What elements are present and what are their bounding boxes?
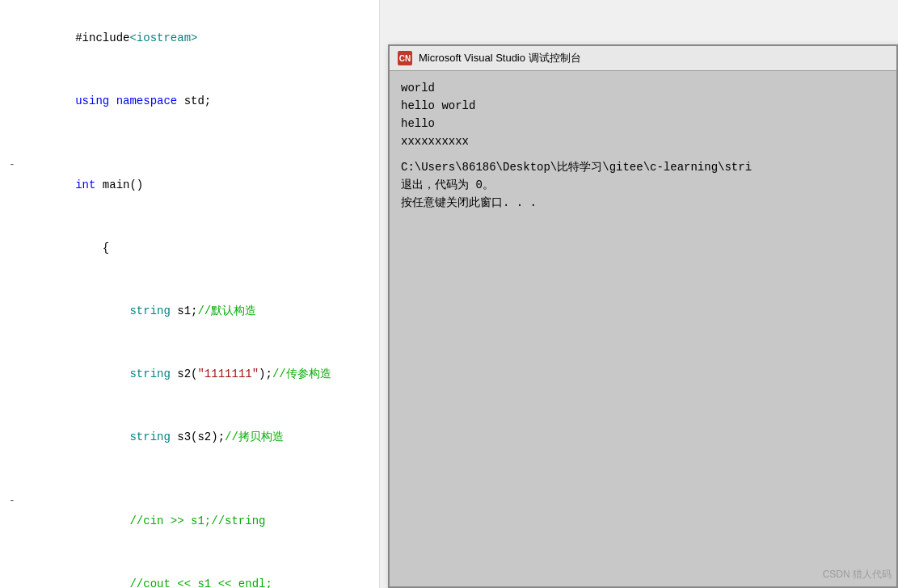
code-line: using namespace std;: [0, 69, 379, 132]
code-line: [0, 132, 379, 153]
code-line: - int main(): [0, 153, 379, 216]
vs-icon: CN: [398, 51, 412, 65]
console-output-line: 按任意键关闭此窗口. . .: [401, 194, 885, 212]
line-text: {: [18, 216, 379, 279]
code-line: string s2("1111111");//传参构造: [0, 342, 379, 405]
line-text: string s3(s2);//拷贝构造: [18, 405, 379, 468]
watermark: CSDN 猎人代码: [823, 568, 892, 582]
code-line: #include<iostream>: [0, 6, 379, 69]
console-window: CN Microsoft Visual Studio 调试控制台 world h…: [388, 44, 898, 588]
line-gutter: -: [6, 490, 18, 511]
line-text: using namespace std;: [18, 69, 379, 132]
line-text: [18, 132, 379, 153]
console-output-line: hello: [401, 115, 885, 132]
code-line: string s3(s2);//拷贝构造: [0, 405, 379, 468]
code-line: string s1;//默认构造: [0, 279, 379, 342]
console-title: Microsoft Visual Studio 调试控制台: [419, 51, 581, 65]
code-line: {: [0, 216, 379, 279]
line-gutter: -: [6, 154, 18, 175]
console-output-line: C:\Users\86186\Desktop\比特学习\gitee\c-lear…: [401, 158, 885, 176]
line-text: #include<iostream>: [18, 6, 379, 69]
console-output-line: 退出，代码为 0。: [401, 176, 885, 194]
console-body: world hello world hello xxxxxxxxxx C:\Us…: [390, 71, 896, 220]
code-content: #include<iostream> using namespace std; …: [0, 0, 379, 588]
code-line: //cout << s1 << endl;: [0, 552, 379, 588]
line-text: string s1;//默认构造: [18, 279, 379, 342]
code-line: - //cin >> s1;//string: [0, 489, 379, 552]
line-text: int main(): [18, 153, 379, 216]
line-text: string s2("1111111");//传参构造: [18, 342, 379, 405]
console-output-line: xxxxxxxxxx: [401, 132, 885, 150]
line-text: //cin >> s1;//string: [18, 489, 379, 552]
line-text: //cout << s1 << endl;: [18, 552, 379, 588]
line-text: [18, 468, 379, 489]
code-panel: #include<iostream> using namespace std; …: [0, 0, 380, 588]
console-output-line: hello world: [401, 97, 885, 115]
console-titlebar: CN Microsoft Visual Studio 调试控制台: [390, 46, 896, 71]
right-panel: CN Microsoft Visual Studio 调试控制台 world h…: [380, 0, 898, 588]
console-output-line: world: [401, 79, 885, 97]
code-line: [0, 468, 379, 489]
